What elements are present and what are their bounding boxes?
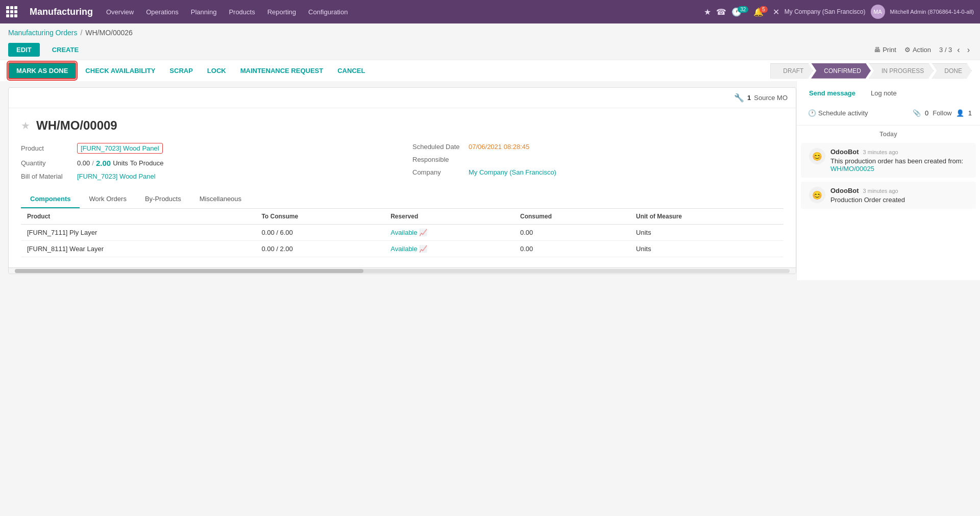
product-value[interactable]: [FURN_7023] Wood Panel (77, 143, 163, 154)
quantity-suffix: To Produce (130, 159, 164, 167)
chatter-message: 😊 OdooBot 3 minutes ago Production Order… (801, 182, 976, 209)
cancel-button[interactable]: CANCEL (332, 63, 370, 78)
chatter-text: This production order has been created f… (830, 157, 968, 173)
product-field-row: Product [FURN_7023] Wood Panel (21, 143, 392, 154)
apps-icon[interactable] (6, 6, 17, 17)
mark-as-done-button[interactable]: MARK AS DONE (8, 62, 76, 79)
lock-button[interactable]: LOCK (202, 63, 231, 78)
form-fields: Product [FURN_7023] Wood Panel Quantity … (21, 143, 783, 180)
left-fields: Product [FURN_7023] Wood Panel Quantity … (21, 143, 392, 180)
close-icon[interactable]: ✕ (773, 7, 779, 17)
phone-icon[interactable]: ☎ (716, 7, 726, 17)
chatter-author: OdooBot (830, 187, 859, 194)
menu-planning[interactable]: Planning (186, 6, 222, 18)
create-button[interactable]: CREATE (46, 43, 85, 57)
company-value[interactable]: My Company (San Francisco) (469, 168, 556, 176)
scheduled-date-field-row: Scheduled Date 07/06/2021 08:28:45 (412, 143, 783, 151)
scheduled-date-value[interactable]: 07/06/2021 08:28:45 (469, 143, 529, 151)
row1-to-consume: 0.00 / 6.00 (255, 225, 384, 241)
avatar[interactable]: MA (871, 5, 885, 19)
schedule-activity-button[interactable]: 🕐 Schedule activity (805, 107, 871, 119)
scrap-button[interactable]: SCRAP (164, 63, 198, 78)
follow-button[interactable]: Follow (933, 109, 952, 117)
right-fields: Scheduled Date 07/06/2021 08:28:45 Respo… (412, 143, 783, 180)
send-message-button[interactable]: Send message (805, 87, 860, 99)
row1-unit: Units (630, 225, 783, 241)
chatter-time: 3 minutes ago (863, 149, 898, 155)
menu-configuration[interactable]: Configuration (303, 6, 353, 18)
status-draft[interactable]: DRAFT (770, 63, 813, 79)
chatter: Send message Log note 🕐 Schedule activit… (796, 81, 980, 280)
chatter-message: 😊 OdooBot 3 minutes ago This production … (801, 143, 976, 178)
maintenance-request-button[interactable]: MAINTENANCE REQUEST (235, 63, 329, 78)
quantity-to-produce[interactable]: 2.00 (96, 159, 111, 167)
breadcrumb-current: WH/MO/00026 (85, 29, 133, 37)
form-body: ★ WH/MO/00009 Product [FURN_7023] Wood P… (9, 108, 796, 267)
action-bar: EDIT CREATE 🖶 Print ⚙ Action 3 / 3 ‹ › (0, 40, 980, 60)
top-menu: Overview Operations Planning Products Re… (101, 6, 696, 18)
topnav: Manufacturing Overview Operations Planni… (0, 0, 980, 23)
chatter-msg-header: OdooBot 3 minutes ago (830, 187, 905, 194)
row1-product[interactable]: [FURN_7111] Ply Layer (21, 225, 255, 241)
form-title: WH/MO/00009 (36, 118, 117, 133)
followers-count: 0 (925, 109, 928, 117)
row1-consumed[interactable]: 0.00 (514, 225, 630, 241)
tab-by-products[interactable]: By-Products (136, 190, 190, 208)
log-note-button[interactable]: Log note (868, 87, 900, 99)
row2-to-consume: 0.00 / 2.00 (255, 241, 384, 257)
chatter-msg-body: OdooBot 3 minutes ago This production or… (830, 148, 968, 173)
star-nav-icon[interactable]: ★ (704, 7, 711, 17)
horizontal-scrollbar[interactable] (9, 267, 796, 274)
responsible-label: Responsible (412, 156, 463, 163)
company-label: Company (412, 168, 463, 176)
print-icon: 🖶 (874, 46, 880, 54)
favorite-star-icon[interactable]: ★ (21, 119, 30, 132)
row2-product[interactable]: [FURN_8111] Wear Layer (21, 241, 255, 257)
tab-work-orders[interactable]: Work Orders (80, 190, 135, 208)
menu-reporting[interactable]: Reporting (262, 6, 301, 18)
tab-components[interactable]: Components (21, 190, 80, 208)
col-consumed: Consumed (514, 209, 630, 225)
status-done[interactable]: DONE (932, 63, 972, 79)
print-button[interactable]: 🖶 Print (874, 46, 896, 54)
action-button[interactable]: ⚙ Action (904, 46, 931, 54)
chatter-link[interactable]: WH/MO/00025 (830, 165, 874, 173)
status-confirmed[interactable]: CONFIRMED (811, 63, 871, 79)
bom-value[interactable]: [FURN_7023] Wood Panel (77, 173, 156, 180)
col-unit: Unit of Measure (630, 209, 783, 225)
edit-button[interactable]: EDIT (8, 43, 40, 57)
menu-overview[interactable]: Overview (101, 6, 139, 18)
col-product: Product (21, 209, 255, 225)
company-field-row: Company My Company (San Francisco) (412, 168, 783, 176)
tab-miscellaneous[interactable]: Miscellaneous (190, 190, 251, 208)
company-name: My Company (San Francisco) (785, 8, 866, 15)
prev-page-button[interactable]: ‹ (955, 45, 962, 55)
table-row: [FURN_8111] Wear Layer 0.00 / 2.00 Avail… (21, 241, 783, 257)
status-in-progress[interactable]: IN PROGRESS (869, 63, 934, 79)
topnav-right: ★ ☎ 🕐 32 🔔 5 ✕ My Company (San Francisco… (704, 5, 974, 19)
bell-badge: 5 (760, 6, 768, 13)
clock-small-icon: 🕐 (808, 109, 816, 117)
menu-operations[interactable]: Operations (141, 6, 184, 18)
wrench-icon: 🔧 (734, 93, 744, 103)
menu-products[interactable]: Products (224, 6, 260, 18)
row2-consumed[interactable]: 0.00 (514, 241, 630, 257)
action-bar-right: 🖶 Print ⚙ Action 3 / 3 ‹ › (874, 45, 972, 55)
next-page-button[interactable]: › (965, 45, 972, 55)
date-divider: Today (797, 126, 980, 141)
app-name: Manufacturing (30, 7, 93, 17)
breadcrumb-parent[interactable]: Manufacturing Orders (8, 29, 77, 37)
row2-unit: Units (630, 241, 783, 257)
person-icon: 👤 (956, 109, 964, 117)
quantity-display: 0.00 / 2.00 Units To Produce (77, 159, 164, 167)
forecast-icon[interactable]: 📈 (419, 229, 427, 236)
chatter-time: 3 minutes ago (863, 188, 898, 194)
source-mo-button[interactable]: 🔧 1 Source MO (734, 93, 788, 103)
responsible-field-row: Responsible (412, 156, 783, 163)
quantity-consumed[interactable]: 0.00 (77, 159, 90, 167)
gear-icon: ⚙ (904, 46, 911, 54)
check-availability-button[interactable]: CHECK AVAILABILITY (80, 63, 160, 78)
chatter-text: Production Order created (830, 196, 905, 204)
breadcrumb-separator: / (80, 29, 82, 37)
forecast-icon[interactable]: 📈 (419, 245, 427, 253)
